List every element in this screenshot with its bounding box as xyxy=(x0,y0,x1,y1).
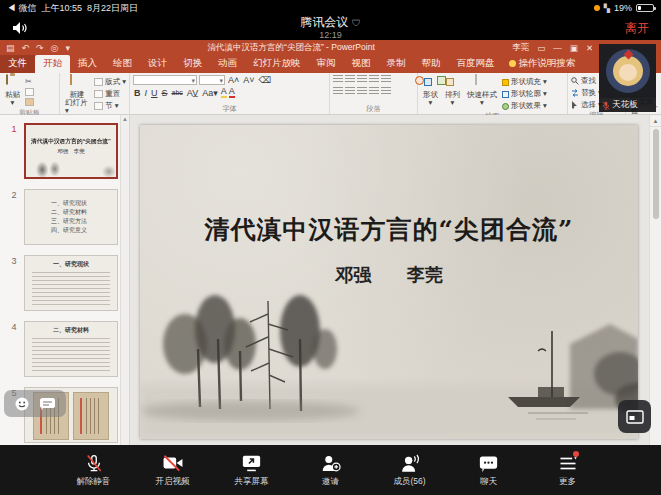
tab-insert[interactable]: 插入 xyxy=(70,55,105,73)
reset-button[interactable]: 重置 xyxy=(94,89,126,99)
tab-slideshow[interactable]: 幻灯片放映 xyxy=(245,55,309,73)
slide-canvas: 清代滇中汉语方言的“尖团合流” 邓强 李莞 xyxy=(130,115,661,445)
thumbnail-slide-1[interactable]: 1 清代滇中汉语方言的“尖团合流” 邓强 李莞 xyxy=(4,123,129,179)
status-time: 上午10:55 xyxy=(42,2,83,15)
slide-title-text[interactable]: 清代滇中汉语方言的“尖团合流” xyxy=(140,213,638,246)
thumbnail-slide-4[interactable]: 4 二、研究材料 xyxy=(4,321,129,377)
share-screen-button[interactable]: 共享屏幕 xyxy=(226,452,278,488)
indent-less-icon[interactable] xyxy=(357,75,367,84)
ppt-ribbon: 粘贴▾ ✂ 剪贴板 新建 幻灯片 ▾ 版式 ▾ 重置 xyxy=(0,73,661,115)
tab-home[interactable]: 开始 xyxy=(35,55,70,73)
leave-meeting-button[interactable]: 离开 xyxy=(625,20,649,37)
grow-font-icon[interactable]: A˄ xyxy=(227,75,240,85)
ribbon-display-icon[interactable]: ▭ xyxy=(537,43,545,53)
copy-icon[interactable] xyxy=(25,88,34,96)
tab-design[interactable]: 设计 xyxy=(140,55,175,73)
shape-outline-button[interactable]: 形状轮廓 ▾ xyxy=(502,89,547,99)
align-right-icon[interactable] xyxy=(357,87,367,96)
undo-icon[interactable]: ↶ xyxy=(22,43,30,53)
indent-more-icon[interactable] xyxy=(369,75,379,84)
shadow-button[interactable]: abc xyxy=(171,88,184,98)
tab-review[interactable]: 审阅 xyxy=(309,55,344,73)
new-slide-button[interactable]: 新建 幻灯片 ▾ xyxy=(63,75,91,116)
replace-button[interactable]: 替换 ▾ xyxy=(571,88,602,98)
members-button[interactable]: 成员(56) xyxy=(384,452,436,488)
line-spacing-icon[interactable] xyxy=(381,75,391,84)
redo-icon[interactable]: ↷ xyxy=(36,43,44,53)
restore-icon[interactable]: ▣ xyxy=(570,43,578,53)
tab-baidu-pan[interactable]: 百度网盘 xyxy=(449,55,503,73)
tab-help[interactable]: 帮助 xyxy=(414,55,449,73)
canvas-scroll-thumb[interactable] xyxy=(653,129,659,219)
thumbnail-scrollbar[interactable]: ▲ xyxy=(120,115,129,445)
layout-button[interactable]: 版式 ▾ xyxy=(94,77,126,87)
font-name-select[interactable] xyxy=(133,75,197,85)
chat-button[interactable]: 聊天 xyxy=(463,452,515,488)
tab-view[interactable]: 视图 xyxy=(344,55,379,73)
align-center-icon[interactable] xyxy=(345,87,355,96)
lightbulb-icon xyxy=(509,60,516,67)
canvas-scrollbar[interactable]: ▲ xyxy=(649,115,661,445)
justify-icon[interactable] xyxy=(369,87,379,96)
more-button[interactable]: 更多 xyxy=(542,452,594,488)
select-button[interactable]: 选择 ▾ xyxy=(571,100,602,110)
view-toggle-button[interactable] xyxy=(618,400,651,433)
invite-button[interactable]: 邀请 xyxy=(305,452,357,488)
back-to-app-link[interactable]: ◀ 微信 xyxy=(7,2,37,15)
paste-button[interactable]: 粘贴▾ xyxy=(3,75,22,108)
align-left-icon[interactable] xyxy=(333,87,343,96)
select-icon xyxy=(571,101,579,109)
tab-record[interactable]: 录制 xyxy=(379,55,414,73)
camera-off-icon xyxy=(162,454,184,472)
italic-button[interactable]: I xyxy=(144,88,149,98)
numbering-icon[interactable] xyxy=(345,75,355,84)
speaker-button[interactable] xyxy=(12,21,36,35)
scroll-up-icon[interactable]: ▲ xyxy=(650,115,661,127)
tab-animations[interactable]: 动画 xyxy=(210,55,245,73)
highlight-color-icon[interactable]: A xyxy=(221,87,227,98)
ppt-user-name[interactable]: 李莞 xyxy=(512,42,529,54)
slide-authors-text[interactable]: 邓强 李莞 xyxy=(140,263,638,287)
underline-button[interactable]: U xyxy=(150,88,159,98)
save-icon[interactable]: ▤ xyxy=(6,43,15,53)
format-painter-icon[interactable] xyxy=(25,98,34,106)
caption-bubble-icon[interactable] xyxy=(39,396,56,411)
find-button[interactable]: 查找 xyxy=(571,76,596,86)
thumb5-document-image xyxy=(73,392,109,440)
bullets-icon[interactable] xyxy=(333,75,343,84)
bold-button[interactable]: B xyxy=(133,88,142,98)
char-spacing-icon[interactable]: AV̲ xyxy=(186,88,199,98)
touch-mode-icon[interactable]: ◎ xyxy=(51,43,59,53)
columns-icon[interactable] xyxy=(381,87,391,96)
font-size-select[interactable] xyxy=(199,75,225,85)
shape-effects-button[interactable]: 形状效果 ▾ xyxy=(502,101,547,111)
quick-styles-button[interactable]: 快速样式▾ xyxy=(465,75,499,108)
font-group: A˄ A˅ ⌫ B I U S abc AV̲ Aa▾ A A 字体 xyxy=(130,73,330,114)
thumb1-ink-art xyxy=(26,159,116,177)
mute-button[interactable]: 解除静音 xyxy=(68,452,120,488)
thumbnail-slide-2[interactable]: 2 一、研究现状 二、研究材料 三、研究方法 四、研究意义 xyxy=(4,189,129,245)
tab-draw[interactable]: 绘图 xyxy=(105,55,140,73)
status-date: 8月22日周日 xyxy=(87,2,138,15)
shrink-font-icon[interactable]: A˅ xyxy=(242,75,255,85)
shape-fill-button[interactable]: 形状填充 ▾ xyxy=(502,77,547,87)
thumb1-title: 清代滇中汉语方言的“尖团合流” xyxy=(28,137,114,146)
close-icon[interactable]: ✕ xyxy=(586,43,593,53)
clear-format-icon[interactable]: ⌫ xyxy=(258,75,273,85)
reaction-quick-bar[interactable] xyxy=(4,390,66,417)
tab-file[interactable]: 文件 xyxy=(0,55,35,73)
slide-editing-surface[interactable]: 清代滇中汉语方言的“尖团合流” 邓强 李莞 xyxy=(140,125,638,439)
thumbnail-slide-3[interactable]: 3 一、研究现状 xyxy=(4,255,129,311)
strikethrough-button[interactable]: S xyxy=(161,88,169,98)
video-button[interactable]: 开启视频 xyxy=(147,452,199,488)
participant-tile[interactable]: 天花板 xyxy=(599,44,656,112)
section-button[interactable]: 节 ▾ xyxy=(94,101,126,111)
minimize-icon[interactable]: — xyxy=(553,43,562,53)
font-color-icon[interactable]: A xyxy=(229,87,235,98)
cut-icon[interactable]: ✂ xyxy=(25,77,34,86)
emoji-reaction-icon[interactable] xyxy=(14,396,30,412)
tab-transitions[interactable]: 切换 xyxy=(175,55,210,73)
change-case-icon[interactable]: Aa▾ xyxy=(201,88,219,98)
arrange-button[interactable]: 排列▾ xyxy=(443,75,462,108)
tell-me-search[interactable]: 操作说明搜索 xyxy=(503,55,582,73)
